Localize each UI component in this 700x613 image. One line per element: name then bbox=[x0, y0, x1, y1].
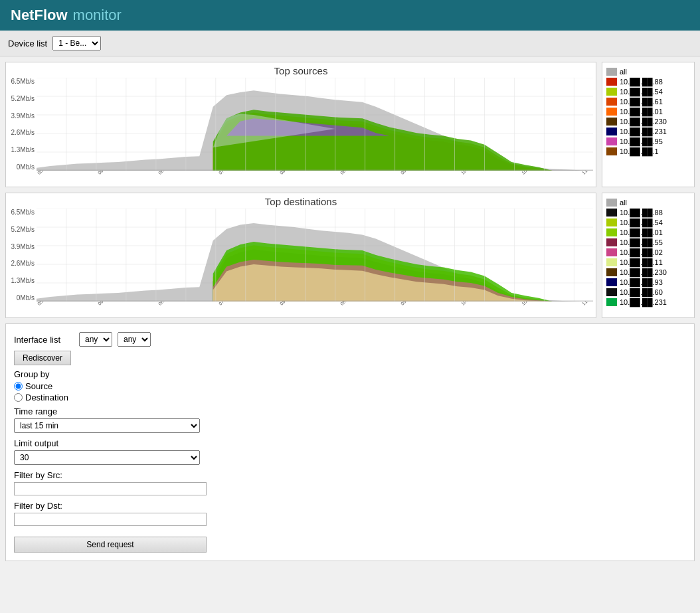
destinations-svg-area bbox=[37, 209, 593, 302]
time-range-section: Time range last 15 min last 30 min last … bbox=[14, 406, 686, 433]
source-label: Source bbox=[25, 381, 52, 391]
dy-label-2: 3.9Mb/s bbox=[9, 243, 35, 250]
legend-color-swatch bbox=[606, 248, 617, 256]
legend-item: 10.██.██.01 bbox=[606, 108, 690, 116]
sources-chart-area: 6.5Mb/s 5.2Mb/s 3.9Mb/s 2.6Mb/s 1.3Mb/s … bbox=[9, 78, 593, 184]
group-by-title: Group by bbox=[14, 369, 686, 379]
y-label-5: 0Mb/s bbox=[9, 163, 35, 171]
destinations-row: Top destinations 6.5Mb/s 5.2Mb/s 3.9Mb/s… bbox=[5, 193, 695, 318]
sources-row: Top sources 6.5Mb/s 5.2Mb/s 3.9Mb/s 2.6M… bbox=[5, 62, 695, 187]
brand-name: NetFlow bbox=[11, 7, 68, 24]
interface-select-1[interactable]: any bbox=[79, 332, 112, 347]
legend-label: 10.██.██.88 bbox=[620, 78, 663, 86]
legend-item: 10.██.██.230 bbox=[606, 118, 690, 126]
main-content: Top sources 6.5Mb/s 5.2Mb/s 3.9Mb/s 2.6M… bbox=[0, 56, 700, 567]
device-bar: Device list 1 - Be... bbox=[0, 31, 700, 56]
dy-label-3: 2.6Mb/s bbox=[9, 260, 35, 267]
legend-item: 10.██.██.231 bbox=[606, 128, 690, 135]
filter-src-section: Filter by Src: bbox=[14, 470, 686, 495]
send-request-row: Send request bbox=[14, 531, 686, 553]
legend-item: 10.██.██.02 bbox=[606, 248, 690, 256]
group-by-section: Group by Source Destination bbox=[14, 369, 686, 402]
limit-select[interactable]: 30 10 20 50 100 bbox=[14, 450, 200, 465]
controls-panel: Interface list any any Rediscover Group … bbox=[5, 323, 695, 561]
time-range-title: Time range bbox=[14, 406, 686, 416]
legend-color-swatch bbox=[606, 108, 617, 116]
sources-chart-container: Top sources 6.5Mb/s 5.2Mb/s 3.9Mb/s 2.6M… bbox=[5, 62, 596, 187]
legend-item: 10.██.██.1 bbox=[606, 147, 690, 155]
legend-label: 10.██.██.88 bbox=[620, 209, 663, 217]
device-select[interactable]: 1 - Be... bbox=[52, 36, 101, 50]
sources-x-axis: 05:20 06:00 06:40 07:20 08:00 08:40 09:2… bbox=[37, 171, 593, 184]
sources-svg-area bbox=[37, 78, 593, 171]
legend-label: all bbox=[620, 68, 627, 76]
time-range-select[interactable]: last 15 min last 30 min last 1 hour last… bbox=[14, 418, 200, 433]
legend-item: 10.██.██.61 bbox=[606, 98, 690, 106]
legend-color-swatch bbox=[606, 128, 617, 135]
destinations-chart-area: 6.5Mb/s 5.2Mb/s 3.9Mb/s 2.6Mb/s 1.3Mb/s … bbox=[9, 209, 593, 315]
destination-radio-row: Destination bbox=[14, 393, 686, 402]
legend-label: 10.██.██.230 bbox=[620, 118, 667, 126]
filter-src-input[interactable] bbox=[14, 482, 207, 495]
legend-color-swatch bbox=[606, 288, 617, 296]
legend-label: 10.██.██.11 bbox=[620, 258, 663, 266]
legend-label: 10.██.██.231 bbox=[620, 128, 667, 135]
source-radio[interactable] bbox=[14, 382, 23, 391]
legend-item: 10.██.██.231 bbox=[606, 298, 690, 306]
y-label-0: 6.5Mb/s bbox=[9, 78, 35, 85]
rediscover-button[interactable]: Rediscover bbox=[14, 351, 71, 365]
destinations-legend: all10.██.██.8810.██.██.5410.██.██.0110.█… bbox=[602, 193, 695, 318]
interface-list-label: Interface list bbox=[14, 335, 74, 345]
y-label-1: 5.2Mb/s bbox=[9, 95, 35, 102]
y-label-4: 1.3Mb/s bbox=[9, 146, 35, 153]
legend-item: 10.██.██.230 bbox=[606, 268, 690, 276]
legend-label: 10.██.██.01 bbox=[620, 108, 663, 116]
destinations-chart-title: Top destinations bbox=[9, 196, 593, 207]
legend-color-swatch bbox=[606, 209, 617, 217]
legend-item: 10.██.██.95 bbox=[606, 137, 690, 145]
legend-label: 10.██.██.1 bbox=[620, 147, 659, 155]
legend-item: all bbox=[606, 68, 690, 76]
legend-color-swatch bbox=[606, 228, 617, 236]
send-request-button[interactable]: Send request bbox=[14, 537, 207, 553]
legend-item: 10.██.██.11 bbox=[606, 258, 690, 266]
legend-label: 10.██.██.54 bbox=[620, 219, 663, 226]
filter-dst-input[interactable] bbox=[14, 513, 207, 526]
legend-color-swatch bbox=[606, 258, 617, 266]
legend-label: 10.██.██.02 bbox=[620, 248, 663, 256]
legend-label: 10.██.██.93 bbox=[620, 278, 663, 286]
interface-list-row: Interface list any any bbox=[14, 332, 686, 347]
legend-color-swatch bbox=[606, 68, 617, 76]
device-list-label: Device list bbox=[8, 39, 47, 48]
limit-section: Limit output 30 10 20 50 100 bbox=[14, 438, 686, 465]
legend-label: all bbox=[620, 199, 627, 207]
source-radio-row: Source bbox=[14, 381, 686, 391]
legend-color-swatch bbox=[606, 268, 617, 276]
filter-dst-section: Filter by Dst: bbox=[14, 501, 686, 526]
interface-select-2[interactable]: any bbox=[118, 332, 151, 347]
legend-color-swatch bbox=[606, 88, 617, 96]
dy-label-1: 5.2Mb/s bbox=[9, 226, 35, 233]
legend-label: 10.██.██.60 bbox=[620, 288, 663, 296]
legend-color-swatch bbox=[606, 238, 617, 246]
legend-color-swatch bbox=[606, 137, 617, 145]
destination-radio[interactable] bbox=[14, 393, 23, 402]
legend-item: 10.██.██.01 bbox=[606, 228, 690, 236]
rediscover-row: Rediscover bbox=[14, 351, 686, 365]
destinations-chart-container: Top destinations 6.5Mb/s 5.2Mb/s 3.9Mb/s… bbox=[5, 193, 596, 318]
y-label-3: 2.6Mb/s bbox=[9, 129, 35, 136]
legend-label: 10.██.██.95 bbox=[620, 137, 663, 145]
legend-color-swatch bbox=[606, 219, 617, 226]
legend-label: 10.██.██.01 bbox=[620, 228, 663, 236]
legend-item: 10.██.██.88 bbox=[606, 209, 690, 217]
destination-label: Destination bbox=[25, 393, 68, 402]
dy-label-0: 6.5Mb/s bbox=[9, 209, 35, 216]
legend-item: 10.██.██.88 bbox=[606, 78, 690, 86]
sources-legend: all10.██.██.8810.██.██.5410.██.██.6110.█… bbox=[602, 62, 695, 187]
header: NetFlow monitor bbox=[0, 0, 700, 31]
legend-item: 10.██.██.54 bbox=[606, 219, 690, 226]
legend-label: 10.██.██.230 bbox=[620, 268, 667, 276]
legend-item: 10.██.██.93 bbox=[606, 278, 690, 286]
legend-item: all bbox=[606, 199, 690, 207]
legend-color-swatch bbox=[606, 298, 617, 306]
